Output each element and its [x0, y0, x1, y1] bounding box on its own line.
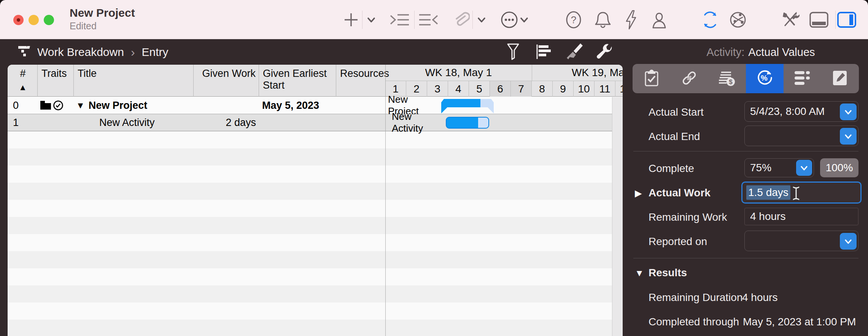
- resources-button[interactable]: [649, 10, 669, 30]
- row-number: 1: [13, 114, 36, 131]
- change-tracking-button[interactable]: [621, 10, 641, 30]
- row-given-work[interactable]: 2 days: [194, 114, 256, 131]
- actual-work-field-focused[interactable]: 1.5 days: [741, 182, 862, 204]
- tab-dependencies[interactable]: [670, 64, 708, 93]
- breadcrumb-mode[interactable]: Entry: [142, 46, 169, 59]
- breadcrumb-view[interactable]: Work Breakdown: [37, 46, 124, 59]
- gantt-day-header: 9: [553, 81, 574, 97]
- notifications-button[interactable]: [593, 10, 613, 30]
- sync-button[interactable]: [700, 10, 720, 30]
- gantt-day-header-weekend: 7: [511, 81, 532, 97]
- disclosure-triangle[interactable]: ▼: [76, 100, 85, 111]
- results-disclosure[interactable]: ▼: [635, 268, 644, 279]
- view-options-button[interactable]: [533, 42, 554, 63]
- column-header-traits[interactable]: Traits: [38, 65, 74, 97]
- complete-label: Complete: [649, 162, 694, 175]
- svg-text:?: ?: [571, 14, 576, 25]
- actual-start-picker-button[interactable]: [840, 104, 857, 120]
- complete-field[interactable]: 75%: [744, 158, 814, 177]
- styles-button[interactable]: [564, 42, 584, 63]
- help-button[interactable]: ?: [564, 10, 583, 30]
- svg-text:%: %: [761, 74, 768, 82]
- person-icon: [650, 10, 668, 29]
- plus-icon: [342, 11, 360, 29]
- column-header-resources[interactable]: Resources: [336, 65, 385, 97]
- sort-ascending-icon: ▲: [11, 83, 34, 92]
- clock-check-icon: [53, 100, 64, 111]
- toggle-inspector-button[interactable]: [837, 10, 857, 30]
- gantt-day-header: 8: [532, 81, 553, 97]
- filter-button[interactable]: [503, 42, 523, 63]
- outdent-icon: [418, 11, 439, 28]
- indent-button[interactable]: [390, 10, 410, 30]
- row-title-cell[interactable]: ▼ New Project: [76, 97, 190, 114]
- publish-network-button[interactable]: [728, 10, 748, 30]
- remaining-work-field[interactable]: 4 hours: [744, 208, 858, 225]
- results-header: Results: [649, 267, 687, 279]
- completed-through-value: May 5, 2023 at 1:00 PM: [743, 316, 856, 328]
- complete-stepper-button[interactable]: [796, 160, 812, 176]
- toolbar-divider: [414, 11, 415, 29]
- tab-costs[interactable]: $: [708, 64, 746, 93]
- actual-end-field[interactable]: [744, 126, 858, 146]
- vertical-scrollbar-track[interactable]: [612, 97, 623, 336]
- remaining-duration-value: 4 hours: [742, 291, 777, 304]
- column-header-number[interactable]: # ▲: [8, 65, 38, 97]
- gantt-day-header: 10: [574, 81, 595, 97]
- zoom-window-button[interactable]: [44, 15, 54, 25]
- table-row-project[interactable]: 0 ▼ New Project May 5, 2023 New Project: [8, 97, 623, 114]
- actual-start-label: Actual Start: [649, 106, 704, 118]
- add-task-button[interactable]: [341, 10, 361, 30]
- row-title-cell[interactable]: New Activity: [99, 114, 191, 131]
- inspector-context-value: Actual Values: [748, 46, 815, 59]
- more-actions-menu-button[interactable]: [514, 10, 534, 30]
- help-icon: ?: [565, 10, 582, 29]
- gantt-task-bar[interactable]: [446, 117, 489, 129]
- omniplan-window: New Project Edited: [0, 0, 868, 336]
- toggle-bottom-panel-button[interactable]: [809, 10, 829, 30]
- column-header-given-earliest-start[interactable]: Given Earliest Start: [259, 65, 336, 97]
- actual-end-picker-button[interactable]: [840, 128, 857, 145]
- selected-text: 1.5 days: [746, 185, 790, 200]
- gantt-summary-bar[interactable]: [441, 99, 494, 113]
- reported-on-picker-button[interactable]: [840, 233, 857, 250]
- pencil-note-icon: [832, 69, 848, 88]
- row-given-earliest-start[interactable]: May 5, 2023: [262, 97, 334, 114]
- sync-icon: [701, 10, 719, 30]
- inspector-divider: [633, 151, 858, 151]
- attach-menu-button[interactable]: [472, 10, 491, 30]
- actual-start-field[interactable]: 5/4/23, 8:00 AM: [744, 101, 858, 122]
- customize-toolbar-button[interactable]: [780, 10, 800, 30]
- work-breakdown-panel: # ▲ Traits Title Given Work Given Earlie…: [8, 65, 623, 336]
- lightning-bolt-icon: [624, 10, 638, 30]
- outdent-button[interactable]: [418, 10, 438, 30]
- column-header-given-work[interactable]: Given Work: [194, 65, 259, 97]
- add-task-menu-button[interactable]: [361, 10, 381, 30]
- tools-icon: [781, 10, 800, 29]
- gantt-week-header: WK 19, May 8: [532, 65, 623, 81]
- table-body: 0 ▼ New Project May 5, 2023 New Project: [8, 97, 623, 336]
- paperclip-icon: [452, 11, 470, 29]
- reported-on-field[interactable]: [744, 231, 858, 251]
- completed-through-label: Completed through: [649, 316, 739, 328]
- complete-100-button[interactable]: 100%: [820, 158, 858, 177]
- window-title: New Project: [70, 6, 135, 19]
- tab-task-info[interactable]: [633, 64, 670, 93]
- network-globe-icon: [728, 10, 747, 29]
- table-row-activity-selected[interactable]: 1 New Activity 2 days New Activity: [8, 114, 623, 131]
- project-settings-button[interactable]: [594, 42, 615, 63]
- view-options-icon: [536, 43, 552, 62]
- table-gantt-divider[interactable]: [385, 65, 386, 336]
- actual-work-disclosure[interactable]: ▶: [635, 188, 642, 199]
- tab-assignments[interactable]: [784, 64, 821, 93]
- table-header: # ▲ Traits Title Given Work Given Earlie…: [8, 65, 623, 97]
- work-breakdown-icon: [17, 45, 31, 60]
- tab-notes[interactable]: [821, 64, 859, 93]
- svg-text:$: $: [729, 78, 733, 86]
- attach-file-button[interactable]: [451, 10, 471, 30]
- column-header-title[interactable]: Title: [74, 65, 194, 97]
- close-window-button[interactable]: [13, 15, 24, 25]
- minimize-window-button[interactable]: [29, 15, 39, 25]
- tab-actual-values[interactable]: %: [746, 64, 784, 93]
- chevron-down-icon: [366, 14, 377, 25]
